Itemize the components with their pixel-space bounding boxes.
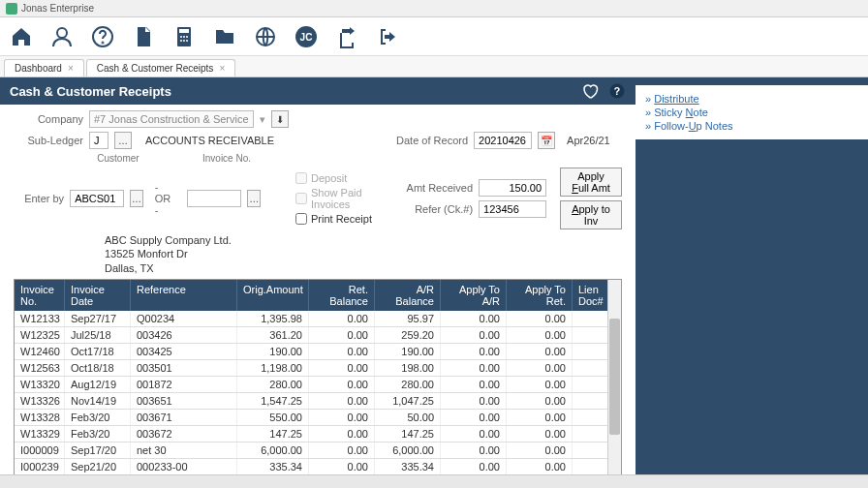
table-row[interactable]: W12133Sep27/17Q002341,395.980.0095.970.0… xyxy=(15,311,621,327)
refer-input[interactable] xyxy=(479,200,546,218)
amt-received-label: Amt Received xyxy=(399,182,473,194)
col-reference[interactable]: Reference xyxy=(131,280,237,311)
col-invoice-date[interactable]: Invoice Date xyxy=(65,280,131,311)
document-icon[interactable] xyxy=(130,23,157,50)
date-of-record-label: Date of Record xyxy=(396,135,468,146)
customer-address: ABC Supply Company Ltd. 13525 Monfort Dr… xyxy=(105,233,622,275)
heart-icon[interactable] xyxy=(581,82,599,100)
invoice-grid: Invoice No. Invoice Date Reference Orig.… xyxy=(14,279,622,486)
company-label: Company xyxy=(14,113,83,125)
globe-icon[interactable] xyxy=(252,23,279,50)
svg-rect-4 xyxy=(179,29,189,33)
svg-point-6 xyxy=(183,36,185,38)
close-icon[interactable]: × xyxy=(219,63,225,74)
apply-full-amt-button[interactable]: Apply Full Amt xyxy=(560,168,622,197)
invoice-lookup-button[interactable]: … xyxy=(247,190,261,207)
help-circle-icon[interactable]: ? xyxy=(608,82,626,100)
home-icon[interactable] xyxy=(8,23,35,50)
company-dropdown[interactable]: #7 Jonas Construction & Service xyxy=(89,110,254,128)
invoice-header: Invoice No. xyxy=(198,153,256,164)
enterby-label: Enter by xyxy=(14,193,64,204)
close-icon[interactable]: × xyxy=(68,63,74,74)
grid-body[interactable]: W12133Sep27/17Q002341,395.980.0095.970.0… xyxy=(15,311,621,485)
table-row[interactable]: W13320Aug12/19001872280.000.00280.000.00… xyxy=(15,377,621,393)
apply-to-inv-button[interactable]: Apply to Inv xyxy=(560,200,622,229)
svg-point-8 xyxy=(180,40,182,42)
export-icon[interactable] xyxy=(333,23,360,50)
app-title: Jonas Enterprise xyxy=(21,3,94,14)
table-row[interactable]: W13326Nov14/190036511,547.250.001,047.25… xyxy=(15,393,621,410)
svg-point-9 xyxy=(183,40,185,42)
folder-icon[interactable] xyxy=(211,23,238,50)
tab-strip: Dashboard × Cash & Customer Receipts × xyxy=(0,56,868,77)
subledger-input[interactable] xyxy=(89,132,108,149)
svg-point-5 xyxy=(180,36,182,38)
col-ar-balance[interactable]: A/R Balance xyxy=(375,280,441,311)
table-row[interactable]: W13329Feb3/20003672147.250.00147.250.000… xyxy=(15,426,621,442)
svg-point-2 xyxy=(103,42,104,43)
date-of-record-input[interactable] xyxy=(474,132,532,149)
tab-cash-receipts[interactable]: Cash & Customer Receipts × xyxy=(86,59,235,76)
app-icon xyxy=(6,3,17,15)
customer-lookup-button[interactable]: … xyxy=(130,190,143,207)
tab-dashboard[interactable]: Dashboard × xyxy=(4,59,84,76)
table-row[interactable]: I000009Sep17/20net 306,000.000.006,000.0… xyxy=(15,442,621,459)
customer-input[interactable] xyxy=(70,190,124,207)
scrollbar-track[interactable] xyxy=(607,280,621,485)
form-area: Company #7 Jonas Construction & Service … xyxy=(0,105,636,279)
customer-header: Customer xyxy=(89,153,147,164)
col-apply-ret[interactable]: Apply To Ret. xyxy=(507,280,573,311)
grid-header-row: Invoice No. Invoice Date Reference Orig.… xyxy=(15,280,621,311)
side-link-followup[interactable]: » Follow-Up Notes xyxy=(645,120,858,132)
window-titlebar: Jonas Enterprise xyxy=(0,0,868,17)
help-icon[interactable] xyxy=(89,23,116,50)
subledger-lookup-button[interactable]: … xyxy=(114,132,132,149)
panel-title: Cash & Customer Receipts xyxy=(10,84,171,99)
table-row[interactable]: W12325Jul25/18003426361.200.00259.200.00… xyxy=(15,327,621,344)
table-row[interactable]: I000239Sep21/20000233-00335.340.00335.34… xyxy=(15,459,621,475)
side-link-distribute[interactable]: » Distribute xyxy=(645,93,858,105)
col-invoice-no[interactable]: Invoice No. xyxy=(15,280,65,311)
status-bar xyxy=(0,474,868,488)
svg-text:JC: JC xyxy=(300,32,313,43)
or-label: - OR - xyxy=(155,181,176,216)
svg-point-7 xyxy=(186,36,188,38)
panel-header: Cash & Customer Receipts ? xyxy=(0,77,636,105)
side-link-sticky-note[interactable]: » Sticky Note xyxy=(645,107,858,118)
logout-icon[interactable] xyxy=(374,23,401,50)
table-row[interactable]: W13328Feb3/20003671550.000.0050.000.000.… xyxy=(15,410,621,426)
col-ret-balance[interactable]: Ret. Balance xyxy=(309,280,375,311)
tab-label: Cash & Customer Receipts xyxy=(97,63,214,74)
table-row[interactable]: W12460Oct17/18003425190.000.00190.000.00… xyxy=(15,344,621,360)
jc-icon[interactable]: JC xyxy=(293,23,320,50)
invoice-input[interactable] xyxy=(187,190,241,207)
refer-label: Refer (Ck.#) xyxy=(399,203,473,215)
col-orig-amount[interactable]: Orig.Amount xyxy=(237,280,309,311)
scrollbar-thumb[interactable] xyxy=(609,319,620,435)
amt-received-input[interactable] xyxy=(479,179,546,197)
calculator-icon[interactable] xyxy=(170,23,198,50)
svg-text:?: ? xyxy=(614,85,620,97)
company-info-button[interactable]: ⬇ xyxy=(271,110,289,128)
print-receipt-checkbox[interactable]: Print Receipt xyxy=(295,213,374,225)
svg-point-0 xyxy=(57,28,67,38)
show-paid-checkbox[interactable]: Show Paid Invoices xyxy=(295,187,374,210)
main-toolbar: JC xyxy=(0,17,868,56)
col-apply-ar[interactable]: Apply To A/R xyxy=(441,280,507,311)
table-row[interactable]: W12563Oct18/180035011,198.000.00198.000.… xyxy=(15,360,621,377)
side-panel: » Distribute » Sticky Note » Follow-Up N… xyxy=(636,77,868,488)
calendar-icon[interactable]: 📅 xyxy=(538,132,555,149)
subledger-label: Sub-Ledger xyxy=(14,135,83,146)
user-icon[interactable] xyxy=(48,23,76,50)
svg-point-10 xyxy=(186,40,188,42)
deposit-checkbox[interactable]: Deposit xyxy=(295,172,374,184)
date-display: Apr26/21 xyxy=(567,135,610,146)
subledger-desc: ACCOUNTS RECEIVABLE xyxy=(145,135,274,146)
tab-label: Dashboard xyxy=(15,63,62,74)
